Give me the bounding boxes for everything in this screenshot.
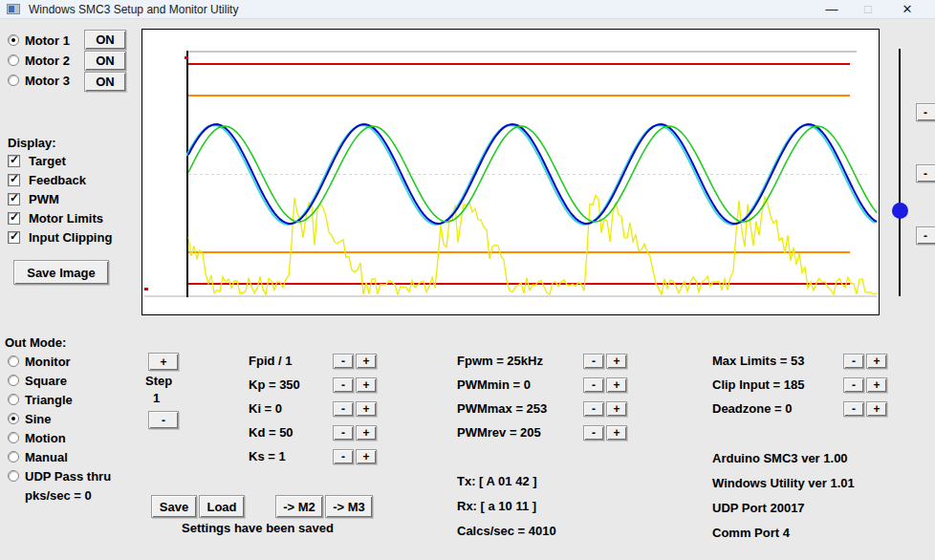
ki-value: Ki = 0 xyxy=(249,401,282,416)
outmode-sine-radio[interactable] xyxy=(8,413,19,424)
motor-3-label: Motor 3 xyxy=(25,74,70,88)
motor-2-radio[interactable] xyxy=(8,54,19,66)
comm-port: Comm Port 4 xyxy=(712,526,790,540)
fpwm-plus-button[interactable]: + xyxy=(606,354,627,369)
motor-1-on-button[interactable]: ON xyxy=(84,30,126,50)
ks-value: Ks = 1 xyxy=(249,449,286,463)
pwmrev-value: PWMrev = 205 xyxy=(457,425,541,440)
step-label: Step xyxy=(145,374,172,388)
fpwm-value: Fpwm = 25kHz xyxy=(457,354,543,368)
checkbox-feedback[interactable] xyxy=(8,174,20,186)
step-minus-button[interactable]: - xyxy=(148,411,179,429)
manual-slider-track[interactable] xyxy=(899,49,901,296)
ks-minus-button[interactable]: - xyxy=(333,449,354,464)
clip-input-minus-button[interactable]: - xyxy=(843,377,864,393)
outmode-manual-label: Manual xyxy=(25,450,68,464)
copy-to-m3-button[interactable]: -> M3 xyxy=(325,495,373,518)
pwmmax-minus-button[interactable]: - xyxy=(583,401,604,417)
kd-value: Kd = 50 xyxy=(249,425,294,440)
settings-status: Settings have been saved xyxy=(182,521,334,535)
tx-status: Tx: [ A 01 42 ] xyxy=(457,474,537,488)
fpid-value: Fpid / 1 xyxy=(249,354,293,368)
motor-2-on-button[interactable]: ON xyxy=(84,51,126,71)
pwmmin-value: PWMmin = 0 xyxy=(457,377,531,392)
minimize-button[interactable]: — xyxy=(817,0,846,19)
close-button[interactable]: ✕ xyxy=(893,0,922,19)
ki-plus-button[interactable]: + xyxy=(356,401,377,417)
max-limits-plus-button[interactable]: + xyxy=(866,354,887,369)
checkbox-pwm[interactable] xyxy=(8,193,20,205)
kp-plus-button[interactable]: + xyxy=(356,377,377,393)
kd-minus-button[interactable]: - xyxy=(333,425,354,441)
side-minus-button-1[interactable]: - xyxy=(916,103,935,121)
checkbox-input-clipping-label: Input Clipping xyxy=(29,230,112,245)
pwmmin-minus-button[interactable]: - xyxy=(583,377,604,393)
checkbox-motor-limits-label: Motor Limits xyxy=(29,211,103,226)
ks-plus-button[interactable]: + xyxy=(356,449,377,464)
pks-per-sec-value: pks/sec = 0 xyxy=(25,488,92,503)
pwmrev-minus-button[interactable]: - xyxy=(583,425,604,441)
pwmrev-plus-button[interactable]: + xyxy=(606,425,627,441)
fpid-plus-button[interactable]: + xyxy=(356,354,377,369)
checkbox-target[interactable] xyxy=(8,155,20,167)
side-minus-button-2[interactable]: - xyxy=(916,164,935,183)
side-minus-button-3[interactable]: - xyxy=(916,226,935,245)
step-value: 1 xyxy=(153,391,160,405)
outmode-triangle-label: Triangle xyxy=(25,393,73,407)
app-icon xyxy=(7,4,20,14)
deadzone-plus-button[interactable]: + xyxy=(866,401,887,417)
clip-input-plus-button[interactable]: + xyxy=(866,377,887,393)
outmode-triangle-radio[interactable] xyxy=(8,394,19,405)
motor-2-label: Motor 2 xyxy=(25,54,70,68)
clip-input-value: Clip Input = 185 xyxy=(712,377,804,392)
outmode-square-label: Square xyxy=(25,374,67,388)
checkbox-motor-limits[interactable] xyxy=(8,212,20,225)
title-bar: Windows SMC3 Setup and Monitor Utility —… xyxy=(0,0,935,19)
outmode-motion-radio[interactable] xyxy=(8,432,19,443)
pwmmin-plus-button[interactable]: + xyxy=(606,377,627,393)
checkbox-input-clipping[interactable] xyxy=(8,231,20,244)
outmode-monitor-label: Monitor xyxy=(25,355,71,369)
outmode-udp-radio[interactable] xyxy=(8,470,19,482)
max-limits-minus-button[interactable]: - xyxy=(843,354,864,369)
deadzone-value: Deadzone = 0 xyxy=(712,401,792,416)
checkbox-feedback-label: Feedback xyxy=(29,173,86,187)
outmode-monitor-radio[interactable] xyxy=(8,355,19,367)
motor-1-label: Motor 1 xyxy=(25,33,70,48)
kd-plus-button[interactable]: + xyxy=(356,425,377,441)
deadzone-minus-button[interactable]: - xyxy=(843,401,864,417)
scope-chart xyxy=(141,29,880,315)
step-plus-button[interactable]: + xyxy=(148,353,179,371)
kp-minus-button[interactable]: - xyxy=(333,377,354,393)
chart-svg xyxy=(142,30,879,314)
max-limits-value: Max Limits = 53 xyxy=(712,354,804,368)
manual-slider-handle[interactable] xyxy=(892,203,908,219)
motor-3-radio[interactable] xyxy=(8,75,19,86)
checkbox-pwm-label: PWM xyxy=(29,192,59,206)
pwmmax-value: PWMmax = 253 xyxy=(457,401,547,416)
window-title: Windows SMC3 Setup and Monitor Utility xyxy=(29,3,238,16)
load-button[interactable]: Load xyxy=(199,495,245,518)
display-heading: Display: xyxy=(8,136,56,150)
utility-version: Windows Utility ver 1.01 xyxy=(712,476,855,490)
pwmmax-plus-button[interactable]: + xyxy=(606,401,627,417)
outmode-manual-radio[interactable] xyxy=(8,451,19,463)
save-image-button[interactable]: Save Image xyxy=(13,260,109,285)
rx-status: Rx: [ a 10 11 ] xyxy=(457,499,536,513)
kp-value: Kp = 350 xyxy=(249,377,300,392)
ki-minus-button[interactable]: - xyxy=(333,401,354,417)
motor-1-radio[interactable] xyxy=(8,34,19,46)
outmode-udp-label: UDP Pass thru xyxy=(25,469,111,484)
copy-to-m2-button[interactable]: -> M2 xyxy=(275,495,323,518)
save-button[interactable]: Save xyxy=(151,495,197,518)
checkbox-target-label: Target xyxy=(29,154,66,168)
maximize-button: □ xyxy=(854,0,882,19)
outmode-sine-label: Sine xyxy=(25,412,51,426)
arduino-version: Arduino SMC3 ver 1.00 xyxy=(712,451,848,465)
out-mode-heading: Out Mode: xyxy=(5,335,66,350)
outmode-square-radio[interactable] xyxy=(8,375,19,386)
fpwm-minus-button[interactable]: - xyxy=(583,354,604,369)
app-window: Windows SMC3 Setup and Monitor Utility —… xyxy=(0,0,935,560)
fpid-minus-button[interactable]: - xyxy=(333,354,354,369)
motor-3-on-button[interactable]: ON xyxy=(84,72,126,92)
